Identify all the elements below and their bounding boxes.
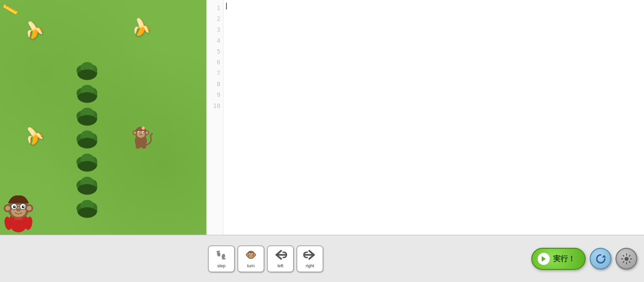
left-label: left (277, 263, 283, 268)
svg-point-19 (78, 138, 97, 148)
svg-point-14 (78, 115, 97, 125)
svg-point-81 (247, 254, 249, 256)
bush-1 (76, 61, 98, 80)
run-button[interactable]: 実行！ (531, 248, 586, 270)
svg-marker-88 (542, 256, 546, 262)
code-editor-panel: 1 2 3 4 5 6 7 8 9 10 (206, 0, 644, 235)
line-number-4: 4 (212, 35, 220, 46)
reset-button[interactable] (590, 248, 611, 270)
line-number-8: 8 (212, 79, 220, 90)
svg-point-55 (5, 206, 10, 211)
run-buttons-group: 実行！ (531, 248, 644, 270)
line-number-7: 7 (212, 68, 220, 78)
svg-marker-89 (602, 255, 606, 258)
svg-point-29 (78, 184, 97, 194)
bush-7 (76, 199, 98, 218)
svg-point-77 (224, 258, 226, 259)
right-button[interactable]: right (297, 245, 323, 272)
svg-point-64 (23, 206, 24, 207)
main-area: 📏 🍌 🍌 🍌 (0, 0, 644, 235)
left-button[interactable]: left (267, 245, 294, 272)
svg-point-76 (222, 258, 224, 260)
svg-line-96 (629, 261, 630, 263)
svg-point-4 (78, 69, 97, 79)
line-number-6: 6 (212, 57, 220, 68)
line-number-9: 9 (212, 90, 220, 100)
svg-line-95 (623, 255, 624, 256)
svg-point-24 (78, 161, 97, 171)
step-label: step (217, 263, 226, 268)
svg-point-86 (249, 253, 250, 254)
reset-icon (595, 253, 607, 265)
right-arrow-icon (303, 249, 317, 262)
left-arrow-icon (274, 249, 287, 262)
svg-point-46 (140, 133, 142, 135)
step-button[interactable]: step (208, 245, 235, 272)
svg-point-48 (143, 127, 144, 129)
svg-point-9 (78, 92, 97, 102)
line-numbers: 1 2 3 4 5 6 7 8 9 10 (207, 0, 223, 235)
banana-2: 🍌 (129, 16, 153, 38)
svg-point-72 (219, 250, 220, 252)
bush-4 (76, 129, 98, 149)
monkey-field (129, 123, 153, 150)
svg-point-67 (19, 209, 20, 211)
line-number-2: 2 (212, 13, 220, 24)
bush-2 (76, 84, 98, 103)
banana-3: 🍌 (20, 122, 47, 148)
bush-6 (76, 176, 98, 195)
svg-point-41 (146, 131, 148, 134)
command-buttons-group: step turn (0, 245, 330, 272)
svg-point-90 (625, 257, 629, 261)
turn-button[interactable]: turn (237, 245, 264, 272)
editor-area[interactable]: 1 2 3 4 5 6 7 8 9 10 (207, 0, 644, 235)
standing-monkey-avatar (0, 190, 37, 235)
play-icon (538, 253, 550, 265)
line-number-1: 1 (212, 3, 220, 13)
line-number-10: 10 (212, 101, 220, 111)
svg-point-73 (216, 251, 218, 252)
svg-point-87 (252, 253, 253, 254)
text-cursor (226, 3, 227, 9)
svg-point-44 (139, 132, 140, 133)
line-number-3: 3 (212, 24, 220, 35)
svg-point-57 (27, 206, 32, 211)
step-icon (215, 249, 227, 262)
svg-point-34 (78, 207, 97, 217)
line-number-5: 5 (212, 46, 220, 57)
right-label: right (306, 263, 314, 268)
game-canvas: 📏 🍌 🍌 🍌 (0, 0, 206, 235)
bush-5 (76, 153, 98, 172)
svg-point-39 (133, 131, 136, 134)
run-label: 実行！ (553, 254, 575, 264)
svg-line-98 (623, 261, 624, 263)
settings-icon (621, 253, 633, 265)
code-input-area[interactable] (223, 0, 644, 235)
svg-line-97 (629, 255, 630, 256)
svg-point-63 (14, 206, 15, 207)
bottom-toolbar: step turn (0, 235, 644, 282)
settings-button[interactable] (615, 248, 637, 270)
turn-label: turn (247, 263, 255, 268)
bush-3 (76, 107, 98, 126)
turn-icon (245, 249, 257, 262)
banana-1: 🍌 (21, 17, 46, 42)
ruler-icon: 📏 (1, 1, 19, 18)
svg-point-66 (17, 209, 18, 211)
svg-point-45 (143, 132, 144, 133)
svg-point-83 (253, 254, 255, 256)
